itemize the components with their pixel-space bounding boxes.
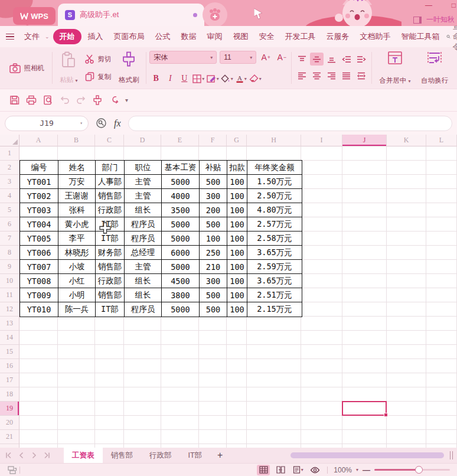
row-header-16[interactable]: 16 [0, 359, 19, 373]
row-header-21[interactable]: 21 [0, 430, 19, 444]
distribute-button[interactable] [354, 69, 368, 82]
selected-cell-outline[interactable] [342, 401, 387, 416]
paste-button[interactable]: 粘贴 ▾ [56, 50, 81, 86]
table-cell[interactable]: 组长 [125, 274, 162, 288]
normal-view-button[interactable] [257, 465, 270, 475]
table-header-cell[interactable]: 姓名 [58, 161, 96, 175]
menu-item-review[interactable]: 审阅 [203, 29, 227, 44]
table-cell[interactable]: 5000 [162, 260, 200, 274]
macro-record-icon[interactable] [7, 465, 18, 475]
table-cell[interactable]: 500 [200, 175, 227, 189]
table-cell[interactable]: 2.57万元 [247, 217, 302, 232]
row-header-5[interactable]: 5 [0, 203, 19, 217]
table-cell[interactable]: 销售部 [96, 189, 125, 203]
sheet-tab-销售部[interactable]: 销售部 [103, 448, 142, 463]
table-cell[interactable]: 王谢谢 [58, 189, 96, 203]
table-cell[interactable]: 组长 [125, 288, 162, 302]
first-sheet-button[interactable] [5, 452, 12, 459]
table-cell[interactable]: 主管 [125, 260, 162, 274]
minimize-button[interactable]: — [425, 2, 432, 9]
table-cell[interactable]: 2.51万元 [247, 288, 302, 302]
decrease-indent-button[interactable] [340, 53, 353, 66]
cells-area[interactable]: 编号姓名部门职位基本工资补贴扣款年终奖金额YT001万安人事部主管5000500… [19, 146, 457, 448]
row-header-17[interactable]: 17 [0, 373, 19, 387]
table-cell[interactable]: 100 [227, 302, 247, 317]
table-cell[interactable]: 销售部 [96, 260, 125, 274]
table-cell[interactable]: 6000 [162, 246, 200, 260]
table-cell[interactable]: 500 [200, 217, 227, 232]
align-right-button[interactable] [325, 69, 338, 82]
prev-sheet-button[interactable] [18, 452, 25, 459]
table-cell[interactable]: 程序员 [125, 302, 162, 317]
table-cell[interactable]: 3500 [162, 203, 200, 217]
table-cell[interactable]: 500 [200, 302, 227, 317]
row-header-14[interactable]: 14 [0, 331, 19, 345]
table-cell[interactable]: 4500 [162, 274, 200, 288]
customize-quickbar-chevron[interactable]: ▾ [125, 97, 128, 103]
table-cell[interactable]: 100 [227, 175, 247, 189]
row-header-3[interactable]: 3 [0, 175, 19, 189]
table-cell[interactable]: 李平 [58, 232, 96, 246]
row-header-10[interactable]: 10 [0, 274, 19, 288]
menu-item-page-layout[interactable]: 页面布局 [110, 29, 149, 44]
table-cell[interactable]: 250 [200, 246, 227, 260]
sidebar-toggle-icon[interactable] [413, 17, 422, 24]
name-box-chevron[interactable]: ▾ [80, 120, 83, 126]
table-cell[interactable]: YT008 [20, 274, 58, 288]
table-cell[interactable]: 张科 [58, 203, 96, 217]
menu-item-data[interactable]: 数据 [177, 29, 201, 44]
table-cell[interactable]: 小明 [58, 288, 96, 302]
new-tab-button[interactable] [203, 2, 227, 26]
italic-button[interactable]: I [164, 72, 177, 85]
table-header-cell[interactable]: 年终奖金额 [247, 161, 302, 175]
align-middle-button[interactable] [310, 53, 324, 66]
table-cell[interactable]: YT002 [20, 189, 58, 203]
row-header-13[interactable]: 13 [0, 317, 19, 331]
file-menu-chevron-icon[interactable]: ⌄ [45, 34, 50, 40]
table-cell[interactable]: YT004 [20, 217, 58, 232]
table-cell[interactable]: YT009 [20, 288, 58, 302]
column-header-L[interactable]: L [426, 135, 457, 146]
pane-splitter-handle[interactable] [450, 451, 453, 459]
clear-format-button[interactable]: ▾ [249, 72, 262, 85]
row-header-9[interactable]: 9 [0, 260, 19, 274]
print-preview-icon[interactable] [43, 95, 53, 105]
font-size-select[interactable]: 11 ▾ [220, 51, 256, 64]
table-header-cell[interactable]: 基本工资 [162, 161, 200, 175]
table-cell[interactable]: 行政部 [96, 203, 125, 217]
table-cell[interactable]: YT006 [20, 246, 58, 260]
align-left-button[interactable] [295, 69, 309, 82]
table-cell[interactable]: 程序员 [125, 217, 162, 232]
row-header-18[interactable]: 18 [0, 387, 19, 402]
table-cell[interactable]: 4000 [162, 189, 200, 203]
table-cell[interactable]: 人事部 [96, 175, 125, 189]
table-cell[interactable]: 主管 [125, 175, 162, 189]
pin-toolbar-icon[interactable] [109, 96, 119, 105]
document-tab[interactable]: S 高级助手.et [58, 4, 204, 26]
insert-function-search-icon[interactable] [96, 118, 107, 129]
cut-button[interactable]: 剪切 [85, 54, 111, 64]
row-header-2[interactable]: 2 [0, 161, 19, 175]
camera-button[interactable]: 照相机 [5, 50, 49, 86]
column-header-B[interactable]: B [58, 135, 95, 146]
table-cell[interactable]: 100 [227, 189, 247, 203]
redo-icon[interactable] [76, 96, 86, 105]
undo-icon[interactable] [60, 96, 70, 105]
table-header-cell[interactable]: 职位 [125, 161, 162, 175]
table-cell[interactable]: 100 [227, 260, 247, 274]
row-header-19[interactable]: 19 [0, 402, 19, 416]
table-cell[interactable]: 100 [227, 288, 247, 302]
page-break-view-button[interactable] [274, 465, 287, 475]
wrap-text-button[interactable]: 自动换行 [415, 50, 455, 86]
sheet-tab-行政部[interactable]: 行政部 [141, 448, 180, 463]
table-cell[interactable]: 300 [200, 189, 227, 203]
add-sheet-button[interactable]: + [217, 450, 223, 461]
menu-item-view[interactable]: 视图 [229, 29, 253, 44]
align-bottom-button[interactable] [325, 53, 338, 66]
reading-view-button[interactable] [308, 465, 321, 475]
user-area[interactable]: 一叶知秋 [413, 15, 455, 25]
table-cell[interactable]: 5000 [162, 232, 200, 246]
table-cell[interactable]: 2.50万元 [247, 189, 302, 203]
sheet-tab-工资表[interactable]: 工资表 [64, 448, 103, 463]
zoom-out-button[interactable]: — [363, 465, 370, 474]
